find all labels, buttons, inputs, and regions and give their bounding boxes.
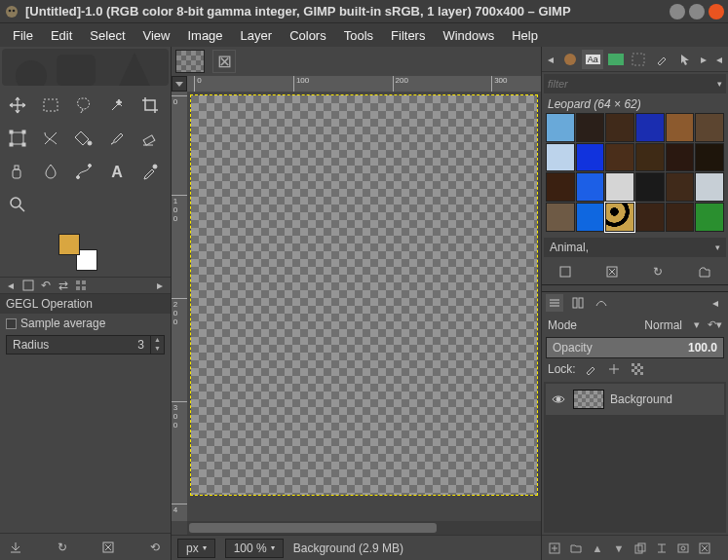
minimize-button[interactable]: [670, 4, 685, 19]
pattern-swatch[interactable]: [576, 113, 605, 142]
pattern-swatch[interactable]: [546, 203, 575, 232]
tab-images-icon[interactable]: [74, 279, 88, 292]
menu-image[interactable]: Image: [178, 25, 231, 46]
raise-layer-icon[interactable]: ▲: [589, 540, 606, 557]
ruler-horizontal[interactable]: 0 100 200 300: [187, 76, 541, 92]
pattern-swatch[interactable]: [635, 143, 665, 172]
clone-tool[interactable]: [4, 158, 31, 185]
canvas-hscrollbar-thumb[interactable]: [189, 523, 437, 533]
mode-reset-icon[interactable]: ↶▾: [708, 318, 722, 331]
tab-pointer-icon[interactable]: [674, 50, 696, 69]
lock-alpha-icon[interactable]: [629, 360, 646, 378]
save-tool-preset-icon[interactable]: [6, 538, 25, 557]
menu-tools[interactable]: Tools: [335, 25, 382, 46]
ruler-vertical[interactable]: 0 100 200 300 4: [172, 92, 187, 521]
canvas[interactable]: [187, 92, 541, 521]
close-window-button[interactable]: [709, 4, 724, 19]
crop-tool[interactable]: [136, 92, 164, 119]
pattern-swatch[interactable]: [546, 143, 575, 172]
menu-filters[interactable]: Filters: [382, 25, 434, 46]
tab-undo-icon[interactable]: ↶: [39, 279, 53, 292]
pattern-swatch[interactable]: [635, 172, 665, 202]
menu-select[interactable]: Select: [81, 25, 134, 46]
pattern-swatch[interactable]: [576, 143, 605, 172]
fg-bg-colors[interactable]: [58, 234, 97, 271]
unit-selector[interactable]: px▾: [177, 539, 215, 558]
pattern-swatch[interactable]: [576, 172, 605, 202]
lock-pixels-icon[interactable]: [582, 360, 599, 378]
menu-layer[interactable]: Layer: [232, 25, 282, 46]
mode-value[interactable]: Normal: [585, 318, 686, 332]
pattern-swatch[interactable]: [546, 172, 575, 202]
pattern-swatch[interactable]: [695, 143, 724, 172]
mode-dropdown-icon[interactable]: ▾: [694, 318, 700, 331]
pattern-swatch[interactable]: [695, 172, 724, 202]
tab-paintbrush-icon[interactable]: [651, 50, 672, 69]
lock-position-icon[interactable]: [605, 360, 623, 378]
lower-layer-icon[interactable]: ▼: [610, 540, 628, 557]
merge-layer-icon[interactable]: [653, 540, 671, 557]
tabs-scroll-right-icon[interactable]: ▸: [698, 53, 711, 66]
bucket-fill-tool[interactable]: [70, 125, 97, 152]
pattern-swatch[interactable]: [666, 113, 695, 142]
pattern-swatch[interactable]: [605, 143, 634, 172]
pattern-swatch[interactable]: [695, 113, 724, 142]
tabs-scroll-left-icon[interactable]: ◂: [544, 53, 557, 66]
pattern-swatch[interactable]: [605, 203, 634, 232]
reset-tool-preset-icon[interactable]: ⟲: [145, 538, 165, 557]
tab-paths-icon[interactable]: [593, 294, 610, 312]
pattern-swatch[interactable]: [666, 203, 695, 232]
menu-windows[interactable]: Windows: [434, 25, 503, 46]
menu-help[interactable]: Help: [503, 25, 547, 46]
tab-fonts-icon[interactable]: [605, 50, 627, 69]
rect-select-tool[interactable]: [37, 92, 64, 119]
menu-edit[interactable]: Edit: [42, 25, 81, 46]
delete-tool-preset-icon[interactable]: [98, 538, 118, 557]
pattern-swatch[interactable]: [635, 113, 665, 142]
pattern-refresh-icon[interactable]: ↻: [648, 262, 668, 281]
canvas-hscrollbar[interactable]: [187, 521, 541, 535]
layer-item[interactable]: Background: [546, 384, 724, 415]
dock-menu-right-icon[interactable]: ▸: [153, 279, 167, 292]
tab-history-icon[interactable]: [629, 50, 650, 69]
warp-tool[interactable]: [37, 125, 64, 152]
tabs-menu-bottom-icon[interactable]: ◂: [707, 294, 724, 312]
color-picker-tool[interactable]: [136, 158, 164, 185]
pattern-filter-input[interactable]: [548, 78, 717, 90]
pattern-swatch[interactable]: [576, 203, 605, 232]
unified-transform-tool[interactable]: [4, 125, 31, 152]
pattern-swatch[interactable]: [695, 203, 724, 232]
dock-menu-left-icon[interactable]: ◂: [4, 279, 18, 292]
radius-spinner[interactable]: ▲▼: [150, 336, 164, 354]
paths-tool[interactable]: [70, 158, 97, 185]
mask-layer-icon[interactable]: [674, 540, 692, 557]
free-select-tool[interactable]: [70, 92, 97, 119]
smudge-tool[interactable]: [37, 158, 64, 185]
pattern-swatch[interactable]: [666, 172, 695, 202]
tab-brushes-icon[interactable]: [559, 50, 581, 69]
restore-tool-preset-icon[interactable]: ↻: [53, 538, 72, 557]
text-tool[interactable]: A: [103, 158, 131, 185]
duplicate-layer-icon[interactable]: [632, 540, 649, 557]
new-layer-icon[interactable]: [546, 540, 563, 557]
radius-field[interactable]: Radius 3 ▲▼: [6, 335, 165, 355]
image-tab-close-icon[interactable]: ⊠: [212, 50, 236, 73]
tab-layers-icon[interactable]: [546, 294, 563, 312]
zoom-selector[interactable]: 100 %▾: [225, 539, 284, 558]
tab-patterns-icon[interactable]: Aa: [582, 50, 603, 69]
pattern-tag-row[interactable]: Animal, ▾: [544, 238, 726, 257]
pattern-swatch[interactable]: [605, 172, 634, 202]
fuzzy-select-tool[interactable]: [103, 92, 131, 119]
pattern-swatch[interactable]: [666, 143, 695, 172]
pattern-open-icon[interactable]: [695, 262, 714, 281]
menu-colors[interactable]: Colors: [281, 25, 335, 46]
tab-tool-options-icon[interactable]: [21, 279, 35, 292]
menu-file[interactable]: File: [4, 25, 42, 46]
new-layer-group-icon[interactable]: [567, 540, 585, 557]
pattern-filter-dropdown-icon[interactable]: ▾: [717, 79, 722, 89]
tabs-menu-icon[interactable]: ◂: [712, 53, 726, 66]
eraser-tool[interactable]: [136, 125, 164, 152]
pattern-tag-dropdown-icon[interactable]: ▾: [715, 243, 720, 252]
foreground-color-swatch[interactable]: [58, 234, 80, 255]
image-tab-1[interactable]: [175, 50, 205, 73]
